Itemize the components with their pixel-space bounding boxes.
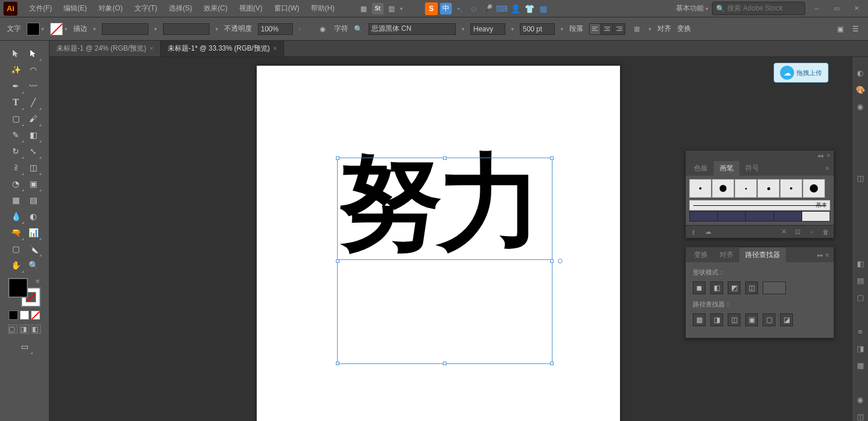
panel-collapse-icon[interactable]: ◂◂: [817, 152, 823, 159]
rotate-tool[interactable]: ↻: [7, 143, 24, 159]
symbols-tab[interactable]: 符号: [739, 161, 765, 176]
draw-normal[interactable]: ▢: [8, 324, 17, 334]
brush-preset[interactable]: [780, 179, 802, 198]
isolate-icon[interactable]: ▣: [834, 23, 846, 35]
panel-menu-icon[interactable]: ≡: [826, 165, 829, 172]
menu-object[interactable]: 对象(O): [93, 3, 128, 13]
gradient-mode[interactable]: [20, 311, 29, 320]
stroke-color-picker[interactable]: ▾: [50, 23, 68, 35]
minus-front-button[interactable]: ◧: [710, 281, 723, 294]
trim-button[interactable]: ◨: [710, 313, 723, 326]
new-brush-icon[interactable]: ▫: [807, 227, 816, 237]
zoom-tool[interactable]: 🔍: [24, 257, 42, 273]
crop-button[interactable]: ▣: [745, 313, 758, 326]
perspective-tool[interactable]: ▣: [24, 176, 42, 192]
magic-wand-tool[interactable]: ✨: [7, 62, 24, 78]
window-minimize[interactable]: ─: [809, 3, 825, 15]
tab-close-icon[interactable]: ×: [150, 45, 153, 52]
blend-tool[interactable]: ◐: [24, 208, 42, 224]
opacity-input[interactable]: 100%: [258, 23, 293, 35]
eyedropper-tool[interactable]: 💧: [7, 208, 24, 224]
ime-skin-icon[interactable]: 👕: [524, 3, 536, 15]
recolor-icon[interactable]: ◉: [317, 23, 328, 35]
type-tool[interactable]: T: [7, 94, 24, 110]
font-size-input[interactable]: 500 pt: [520, 23, 555, 35]
align-left-button[interactable]: [589, 23, 601, 35]
appearance-icon[interactable]: ◉: [855, 395, 866, 404]
menu-select[interactable]: 选择(S): [163, 3, 198, 13]
brush-preset[interactable]: [735, 179, 757, 198]
pathfinder-tab[interactable]: 路径查找器: [739, 248, 786, 262]
width-tool[interactable]: ⫔: [7, 159, 24, 176]
mesh-tool[interactable]: ▦: [7, 192, 24, 208]
stock-icon[interactable]: St: [372, 3, 384, 15]
swatches-tab[interactable]: 色板: [688, 161, 714, 176]
curvature-tool[interactable]: 〰: [24, 78, 42, 94]
draw-inside[interactable]: ◧: [31, 324, 41, 334]
font-family-input[interactable]: 思源黑体 CN: [369, 23, 456, 35]
lasso-tool[interactable]: ◠: [24, 62, 42, 78]
workspace-switcher[interactable]: 基本功能 ▾: [676, 3, 708, 13]
libraries-icon[interactable]: ◫: [855, 174, 866, 183]
remove-stroke-icon[interactable]: ✕: [779, 227, 788, 237]
outline-button[interactable]: ▢: [763, 313, 775, 326]
swap-fill-stroke-icon[interactable]: ⤭: [35, 278, 40, 284]
selection-tool[interactable]: [7, 45, 24, 62]
hand-tool[interactable]: ✋: [7, 257, 24, 273]
gradient-panel-icon[interactable]: ◨: [855, 344, 866, 353]
document-tab-1[interactable]: 未标题-1 @ 24% (RGB/预览) ×: [49, 41, 161, 56]
screen-mode[interactable]: ▭: [16, 338, 33, 355]
layers-icon[interactable]: ◧: [855, 259, 866, 268]
options-icon[interactable]: ☰: [849, 23, 861, 35]
direct-selection-tool[interactable]: [24, 45, 42, 62]
pattern-brush[interactable]: [746, 211, 774, 222]
menu-type[interactable]: 文字(T): [129, 3, 163, 13]
color-panel-icon[interactable]: 🎨: [855, 85, 866, 94]
align-center-button[interactable]: [601, 23, 613, 35]
divide-button[interactable]: ▦: [693, 313, 706, 326]
artboards-icon[interactable]: ▢: [855, 293, 866, 302]
exclude-button[interactable]: ◫: [745, 281, 758, 294]
shape-builder-tool[interactable]: ◔: [7, 176, 24, 192]
properties-panel-icon[interactable]: ◐: [855, 69, 866, 77]
align-right-button[interactable]: [614, 23, 625, 35]
stroke-icon[interactable]: ≡: [855, 327, 866, 336]
stacked-icon[interactable]: ▤: [855, 276, 866, 285]
ime-lang-cn[interactable]: 中: [440, 3, 452, 15]
brush-preset[interactable]: [757, 179, 780, 198]
brush-preset[interactable]: [712, 179, 734, 198]
menu-help[interactable]: 帮助(H): [305, 3, 341, 13]
gradient-tool[interactable]: ▤: [24, 192, 42, 208]
minus-back-button[interactable]: ◪: [780, 313, 793, 326]
font-weight-input[interactable]: Heavy: [470, 23, 505, 35]
brush-preset[interactable]: [803, 179, 825, 198]
color-guide-icon[interactable]: ◉: [855, 102, 866, 111]
menu-view[interactable]: 视图(V): [233, 3, 268, 13]
unite-button[interactable]: ◼: [693, 281, 706, 294]
fill-color-picker[interactable]: ▾: [27, 23, 44, 35]
none-mode[interactable]: [31, 311, 40, 320]
tab-close-icon[interactable]: ×: [274, 45, 277, 52]
basic-brush[interactable]: 基本: [689, 200, 830, 211]
brush-library-icon[interactable]: ⫿: [689, 227, 699, 237]
delete-icon[interactable]: 🗑: [821, 227, 830, 237]
cloud-upload-button[interactable]: ☁ 拖拽上传: [774, 63, 828, 83]
ime-punct-icon[interactable]: •,: [454, 3, 466, 15]
transform-label[interactable]: 变换: [677, 24, 691, 34]
paintbrush-tool[interactable]: 🖌: [24, 110, 42, 127]
graphic-styles-icon[interactable]: ◫: [855, 412, 866, 421]
libraries-icon[interactable]: ☁: [703, 227, 713, 237]
align-tab[interactable]: 对齐: [714, 248, 739, 262]
menu-edit[interactable]: 编辑(E): [58, 3, 93, 13]
ime-person-icon[interactable]: 👤: [510, 3, 522, 15]
fill-stroke-indicator[interactable]: ⤭: [8, 278, 41, 307]
ime-emoji-icon[interactable]: ☺: [468, 3, 480, 15]
variable-width-input[interactable]: [163, 23, 210, 35]
slice-tool[interactable]: 🔪: [24, 241, 42, 257]
scale-tool[interactable]: ⤡: [24, 143, 42, 159]
sogou-icon[interactable]: S: [425, 2, 438, 15]
window-close[interactable]: ✕: [848, 3, 865, 15]
draw-behind[interactable]: ◨: [20, 324, 29, 334]
graph-tool[interactable]: 📊: [24, 224, 42, 241]
bridge-icon[interactable]: ▦: [358, 3, 370, 15]
